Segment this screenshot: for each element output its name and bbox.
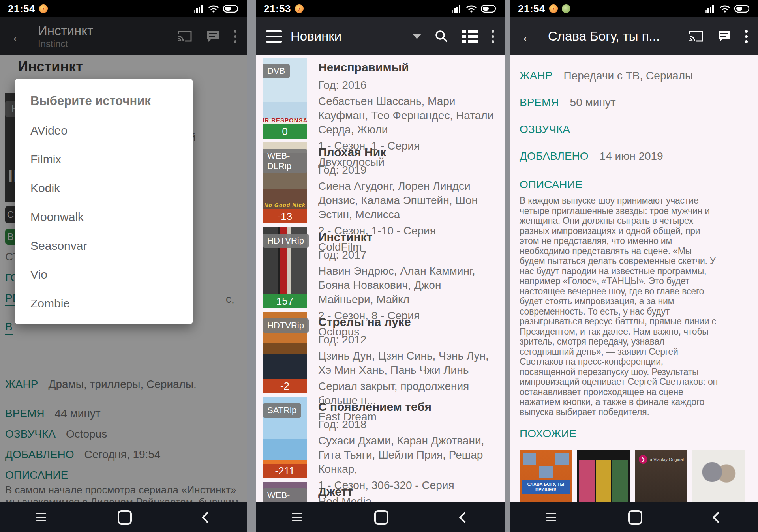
clock: 21:54 xyxy=(518,3,545,15)
similar-card[interactable]: ❯ a Viaplay Original Пришел, увидел, xyxy=(635,450,687,502)
status-bar: 21:53 ♪ xyxy=(256,0,505,17)
similar-poster: СЛАВА БОГУ, ТЫ ПРИШЁЛ! xyxy=(520,450,572,502)
similar-poster: FEBRUARY 10 TVone xyxy=(577,450,630,502)
hamburger-menu-icon[interactable] xyxy=(266,30,282,43)
music-app-icon: ♪ xyxy=(295,4,304,13)
genre-row: ЖАНР Передачи с ТВ, Сериалы xyxy=(520,69,749,82)
similar-card[interactable]: FEBRUARY 10 TVone Ещё 15 минут xyxy=(577,450,630,502)
movie-title: С появлением тебя xyxy=(318,400,497,414)
source-option-seasonvar[interactable]: Seasonvar xyxy=(15,231,193,260)
signal-icon xyxy=(705,5,715,13)
added-row: ДОБАВЛЕНО 14 июн 2019 xyxy=(520,150,749,163)
list-item[interactable]: DVB IR RESPONSABLE 0 Неисправимый Год: 2… xyxy=(256,55,505,140)
wifi-icon xyxy=(719,5,730,13)
android-nav-bar xyxy=(510,502,758,532)
status-icons xyxy=(452,5,497,13)
poster-art-text: IR RESPONSABLE xyxy=(263,117,307,124)
poster-collage-tile xyxy=(523,453,536,465)
recents-nav-icon[interactable] xyxy=(546,513,556,521)
similar-card[interactable]: СЛАВА БОГУ, ТЫ ПРИШЁЛ! Слава богу, ты пр… xyxy=(520,450,572,502)
movie-year: Год: 2016 xyxy=(318,78,497,92)
source-option-filmix[interactable]: Filmix xyxy=(15,145,193,174)
movie-poster: SATRip -211 xyxy=(263,397,307,478)
movie-actors: Навин Эндрюс, Алан Камминг, Бояна Новако… xyxy=(318,264,497,307)
back-nav-icon[interactable] xyxy=(459,511,470,523)
back-nav-icon[interactable] xyxy=(201,511,212,523)
home-nav-icon[interactable] xyxy=(118,510,132,525)
genre-label: ЖАНР xyxy=(520,69,552,82)
movie-year: Год: 2017 xyxy=(318,248,497,262)
home-nav-icon[interactable] xyxy=(628,510,642,525)
overflow-menu-icon[interactable] xyxy=(492,30,494,43)
rating-count-badge: -2 xyxy=(263,379,307,393)
signal-icon xyxy=(452,5,462,13)
similar-shows-row: СЛАВА БОГУ, ТЫ ПРИШЁЛ! Слава богу, ты пр… xyxy=(520,450,749,502)
poster-collage-tile xyxy=(555,453,569,465)
movie-actors: Себастьен Шассань, Мари Кауфман, Тео Фер… xyxy=(318,94,497,137)
source-picker-dialog: Выберите источник AVideo Filmix Kodik Mo… xyxy=(15,79,193,324)
list-item[interactable]: SATRip -211 С появлением тебя Год: 2018 … xyxy=(256,395,505,480)
movie-actors: Сиена Агудонг, Лорен Линдси Донзис, Кала… xyxy=(318,179,497,222)
movie-title: Неисправимый xyxy=(318,61,497,74)
phone-middle-catalog-list: 21:53 ♪ Новинки xyxy=(256,0,505,532)
wifi-icon xyxy=(208,5,219,13)
play-icon: ❯ xyxy=(639,455,647,464)
notification-app-icon xyxy=(562,4,570,13)
voice-row: ОЗВУЧКА xyxy=(520,123,749,136)
quality-badge: SATRip xyxy=(263,403,301,418)
signal-icon xyxy=(194,5,204,13)
list-item[interactable]: HDTVRip 157 Инстинкт Год: 2017 Навин Энд… xyxy=(256,225,505,310)
duration-row: ВРЕМЯ 50 минут xyxy=(520,96,749,109)
overflow-menu-icon[interactable] xyxy=(745,30,748,43)
similar-card[interactable]: NOTORIOU Дурная слава xyxy=(692,450,745,502)
added-value: 14 июн 2019 xyxy=(600,150,663,163)
movie-title: Плохая Ник xyxy=(318,146,497,159)
source-option-zombie[interactable]: Zombie xyxy=(15,289,193,318)
phone-left-instinct-detail: 21:54 ♪ ← Инстинкт Instinct Ин xyxy=(0,0,247,532)
category-title[interactable]: Новинки xyxy=(291,29,341,44)
source-option-avideo[interactable]: AVideo xyxy=(15,116,193,145)
movie-poster: WEB-DLRip xyxy=(263,482,307,502)
description-text: В каждом выпуске шоу принимают участие ч… xyxy=(520,196,719,417)
music-app-icon: ♪ xyxy=(549,4,558,13)
back-nav-icon[interactable] xyxy=(713,511,724,523)
search-icon[interactable] xyxy=(435,30,448,43)
battery-icon xyxy=(481,5,497,13)
list-item[interactable]: WEB-DLRip No Good Nick -13 Плохая Ник Го… xyxy=(256,140,505,225)
status-bar: 21:54 ♪ xyxy=(0,0,247,17)
back-arrow-icon[interactable]: ← xyxy=(520,28,536,44)
voice-label: ОЗВУЧКА xyxy=(520,123,570,136)
list-item[interactable]: HDTVRip -2 Стрелы на луке Год: 2012 Цзин… xyxy=(256,310,505,395)
source-option-kodik[interactable]: Kodik xyxy=(15,174,193,202)
home-nav-icon[interactable] xyxy=(374,510,388,525)
phone-right-show-detail: 21:54 ♪ ← Слава Богу, ты п... xyxy=(510,0,758,532)
poster-figures-art xyxy=(702,461,736,497)
duration-label: ВРЕМЯ xyxy=(520,96,559,109)
viaplay-logo: ❯ a Viaplay Original xyxy=(639,455,684,464)
rating-count-badge: -13 xyxy=(263,209,307,223)
battery-icon xyxy=(734,5,750,13)
movie-poster: HDTVRip -2 xyxy=(263,312,307,393)
similar-label: ПОХОЖИЕ xyxy=(520,427,749,440)
added-label: ДОБАВЛЕНО xyxy=(520,150,589,163)
chevron-down-icon[interactable] xyxy=(413,34,421,39)
quality-badge: WEB-DLRip xyxy=(263,488,307,502)
recents-nav-icon[interactable] xyxy=(292,513,302,521)
recents-nav-icon[interactable] xyxy=(36,513,46,521)
cast-icon[interactable] xyxy=(688,30,704,43)
comments-icon[interactable] xyxy=(717,30,732,43)
duration-value: 50 минут xyxy=(570,96,616,109)
similar-poster: NOTORIOU xyxy=(692,450,745,502)
view-mode-icon[interactable] xyxy=(462,30,478,43)
movie-poster: HDTVRip 157 xyxy=(263,227,307,308)
source-option-vio[interactable]: Vio xyxy=(15,260,193,289)
source-option-moonwalk[interactable]: Moonwalk xyxy=(15,202,193,231)
status-icons xyxy=(705,5,750,13)
movie-title: Джетт xyxy=(318,485,353,498)
rating-count-badge: -211 xyxy=(263,464,307,478)
quality-badge: HDTVRip xyxy=(263,234,309,248)
clock: 21:54 xyxy=(8,3,35,15)
movie-year: Год: 2018 xyxy=(318,418,497,432)
quality-badge: DVB xyxy=(263,64,290,78)
poster-art-text: a Viaplay Original xyxy=(650,457,684,462)
